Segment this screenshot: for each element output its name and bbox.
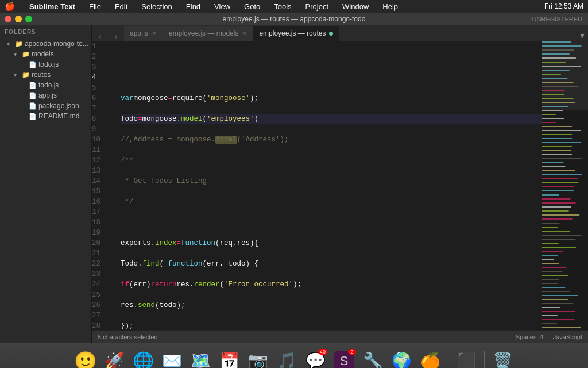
line-number: 24 <box>92 279 111 290</box>
dock-slack-badge: 2 <box>348 349 356 355</box>
menu-edit[interactable]: Edit <box>113 2 130 11</box>
sidebar-header: FOLDERS <box>0 25 91 39</box>
file-icon: 📄 <box>29 102 37 110</box>
tab-employee-models[interactable]: employee.js — models ✕ <box>163 26 253 41</box>
maximize-button[interactable] <box>25 16 32 22</box>
folder-icon: 📁 <box>15 40 23 48</box>
dock-safari[interactable]: 🌐 <box>130 348 156 369</box>
main-layout: FOLDERS ▾ 📁 appcoda-mongo-to... ▾ 📁 mode… <box>0 25 588 343</box>
line-number: 13 <box>92 166 111 176</box>
dock-citrix[interactable]: 🍊 <box>417 348 443 369</box>
dock-tools[interactable]: 🔧 <box>359 348 386 369</box>
line-number: 27 <box>92 310 111 321</box>
sidebar-item-routes-todo[interactable]: 📄 todo.js <box>0 80 91 90</box>
dock-messages[interactable]: 💬 40 <box>302 348 328 369</box>
sidebar-item-label: package.json <box>38 102 79 110</box>
minimize-button[interactable] <box>15 16 22 22</box>
line-number: 25 <box>92 290 111 300</box>
editor-area: ‹ › app.js ✕ employee.js — models ✕ empl… <box>92 25 588 343</box>
line-numbers: 1 2 3 4 5 6 7 8 9 10 11 12 13 14 15 16 1… <box>92 41 116 330</box>
menu-tools[interactable]: Tools <box>272 2 293 11</box>
sidebar: FOLDERS ▾ 📁 appcoda-mongo-to... ▾ 📁 mode… <box>0 25 92 343</box>
file-icon: 📄 <box>29 61 37 68</box>
menu-sublime-text[interactable]: Sublime Text <box>27 2 78 11</box>
code-text[interactable]: var mongoose = require('mongoose'); Todo… <box>116 41 542 330</box>
line-number: 8 <box>92 114 111 124</box>
dock-maps[interactable]: 🗺️ <box>187 348 214 369</box>
dock-terminal[interactable]: ⬛ <box>453 348 479 369</box>
code-line: //,Address = mongoose.model('Address'); <box>121 135 542 145</box>
sidebar-item-readme[interactable]: 📄 README.md <box>0 111 91 121</box>
dock-finder[interactable]: 🙂 <box>72 348 99 369</box>
sidebar-item-models[interactable]: ▾ 📁 models <box>0 49 91 59</box>
line-number: 19 <box>92 228 111 238</box>
sidebar-item-label: todo.js <box>38 81 59 89</box>
tab-dropdown-button[interactable]: ▾ <box>577 30 588 41</box>
tab-employee-routes[interactable]: employee.js — routes <box>253 26 339 41</box>
dock-calendar[interactable]: 📅 <box>216 348 242 369</box>
code-line: * Get Todos Listing <box>121 176 542 186</box>
line-number: 18 <box>92 217 111 228</box>
line-number: 9 <box>92 124 111 135</box>
language-status[interactable]: JavaScript <box>553 334 582 340</box>
tab-app-js[interactable]: app.js ✕ <box>124 26 163 41</box>
minimap-canvas <box>542 41 588 330</box>
line-number: 20 <box>92 238 111 248</box>
apple-menu[interactable]: 🍎 <box>5 1 16 12</box>
line-number: 21 <box>92 248 111 259</box>
line-number: 7 <box>92 103 111 114</box>
line-number: 16 <box>92 197 111 207</box>
sidebar-item-models-todo[interactable]: 📄 todo.js <box>0 59 91 70</box>
dock-itunes[interactable]: 🎵 <box>273 348 300 369</box>
dock-mail[interactable]: ✉️ <box>158 348 185 369</box>
line-number: 15 <box>92 186 111 197</box>
line-number: 11 <box>92 145 111 155</box>
code-line: exports.index = function(req,res){ <box>121 238 542 248</box>
menu-help[interactable]: Help <box>380 2 400 11</box>
title-bar: employee.js — routes — appcoda-mongo-tod… <box>0 13 588 25</box>
code-line: /** <box>121 155 542 166</box>
sidebar-item-root-folder[interactable]: ▾ 📁 appcoda-mongo-to... <box>0 39 91 49</box>
sidebar-item-app[interactable]: 📄 app.js <box>0 90 91 101</box>
line-number: 26 <box>92 300 111 310</box>
menu-goto[interactable]: Goto <box>242 2 262 11</box>
tab-next-button[interactable]: › <box>108 32 124 41</box>
tab-close-icon[interactable]: ✕ <box>152 30 157 37</box>
dock-messages-badge: 40 <box>318 349 327 355</box>
line-number: 14 <box>92 176 111 186</box>
line-number: 2 <box>92 52 111 62</box>
tab-close-icon[interactable]: ✕ <box>242 30 247 37</box>
sidebar-item-package[interactable]: 📄 package.json <box>0 101 91 111</box>
selection-status: 5 characters selected <box>98 334 158 340</box>
dock-trash[interactable]: 🗑️ <box>489 348 516 369</box>
line-number: 10 <box>92 135 111 145</box>
dock-chrome[interactable]: 🌍 <box>388 348 415 369</box>
line-number: 5 <box>92 83 111 93</box>
dock-slack[interactable]: S 2 <box>331 348 357 369</box>
menu-project[interactable]: Project <box>303 2 331 11</box>
line-number: 23 <box>92 269 111 279</box>
menu-file[interactable]: File <box>87 2 103 11</box>
menu-window[interactable]: Window <box>340 2 371 11</box>
tab-modified-dot <box>329 32 333 36</box>
close-button[interactable] <box>5 16 11 22</box>
minimap <box>542 41 588 330</box>
dock-divider <box>448 351 448 369</box>
sidebar-item-label: routes <box>32 71 51 79</box>
chevron-down-icon: ▾ <box>7 41 15 47</box>
dock-photos[interactable]: 📷 <box>245 348 271 369</box>
menu-selection[interactable]: Selection <box>139 2 174 11</box>
menu-find[interactable]: Find <box>184 2 203 11</box>
code-editor[interactable]: 1 2 3 4 5 6 7 8 9 10 11 12 13 14 15 16 1… <box>92 41 588 330</box>
line-number-active: 4 <box>92 72 111 83</box>
file-icon: 📄 <box>29 113 37 120</box>
dock-launchpad[interactable]: 🚀 <box>101 348 127 369</box>
tab-label: employee.js — routes <box>259 29 326 37</box>
menu-view[interactable]: View <box>212 2 233 11</box>
tab-prev-button[interactable]: ‹ <box>92 32 108 41</box>
code-line <box>121 72 542 83</box>
unregistered-label: UNREGISTERED <box>532 16 582 22</box>
status-right: Spaces: 4 JavaScript <box>516 334 582 340</box>
code-line <box>121 217 542 228</box>
sidebar-item-routes[interactable]: ▾ 📁 routes <box>0 70 91 80</box>
